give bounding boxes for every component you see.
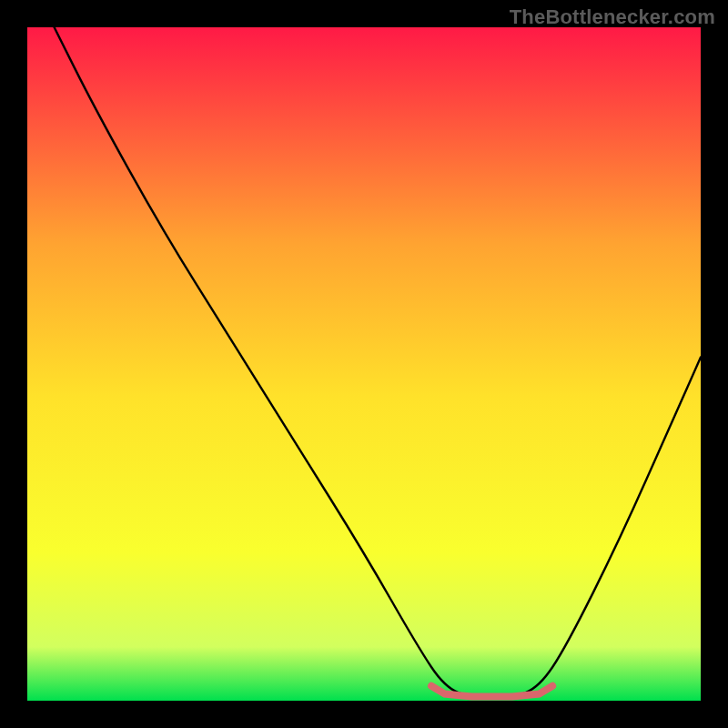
chart-background	[27, 27, 701, 701]
watermark-text: TheBottlenecker.com	[510, 5, 715, 29]
chart-plot-area	[27, 27, 701, 701]
chart-frame: TheBottlenecker.com	[0, 0, 728, 728]
chart-svg	[27, 27, 701, 701]
